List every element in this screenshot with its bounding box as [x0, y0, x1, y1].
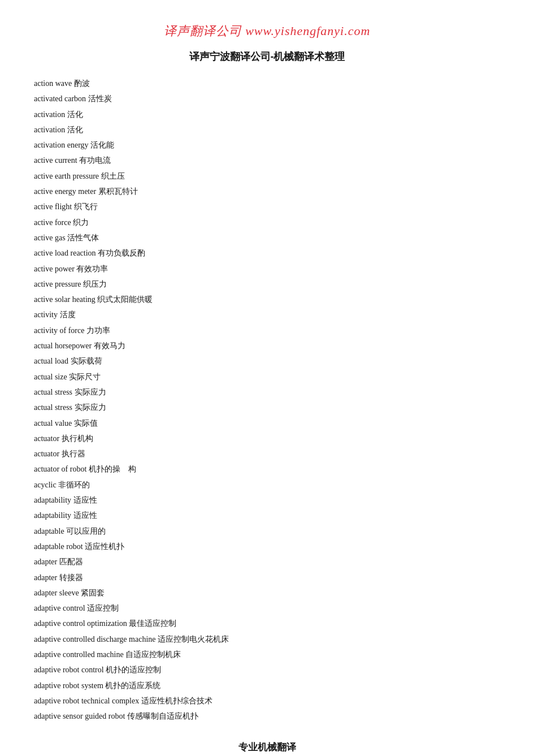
entry-english: activity of force: [34, 326, 86, 335]
list-item: acyclic 非循环的: [34, 477, 500, 493]
entry-chinese: 执行机构: [62, 434, 93, 443]
entry-english: adapter: [34, 573, 59, 582]
entry-chinese: 传感曝制自适应机扑: [127, 712, 198, 720]
list-item: activation 活化: [34, 107, 500, 122]
entry-chinese: 有功电流: [79, 156, 111, 165]
entry-chinese: 最佳适应控制: [129, 619, 176, 628]
list-item: adapter 转接器: [34, 570, 500, 585]
entry-english: actual stress: [34, 403, 75, 412]
entry-list: action wave 酌波activated carbon 活性炭activa…: [34, 76, 500, 724]
entry-chinese: 活性气体: [67, 234, 99, 242]
entry-chinese: 机扑的适应控制: [106, 666, 161, 674]
entry-chinese: 活化: [67, 110, 83, 119]
page-title: 译声宁波翻译公司-机械翻译术整理: [34, 50, 500, 63]
entry-english: actual load: [34, 357, 71, 365]
list-item: adaptive robot system 机扑的适应系统: [34, 678, 500, 693]
entry-english: active load reaction: [34, 249, 98, 257]
entry-chinese: 活性炭: [88, 94, 112, 103]
list-item: activation 活化: [34, 122, 500, 137]
entry-chinese: 实际应力: [75, 403, 106, 412]
entry-english: adapter: [34, 558, 59, 566]
list-item: actual value 实际值: [34, 416, 500, 431]
entry-chinese: 适应控制电火花机床: [158, 635, 229, 643]
list-item: adapter sleeve 紧固套: [34, 585, 500, 601]
entry-chinese: 非循环的: [58, 481, 90, 489]
entry-english: actual horsepower: [34, 342, 94, 350]
entry-chinese: 转接器: [59, 573, 83, 582]
entry-chinese: 织力: [73, 218, 89, 227]
entry-chinese: 织压力: [83, 280, 107, 288]
entry-english: active gas: [34, 234, 67, 242]
list-item: adaptable robot 适应性机扑: [34, 539, 500, 554]
entry-chinese: 适应性: [73, 496, 97, 504]
entry-chinese: 累积瓦特计: [98, 187, 138, 196]
entry-english: adaptive robot system: [34, 681, 105, 690]
list-item: actual size 实际尺寸: [34, 369, 500, 385]
list-item: active gas 活性气体: [34, 230, 500, 245]
entry-chinese: 活度: [60, 310, 76, 319]
logo-text: 译声翻译公司 www.yishengfanyi.com: [164, 24, 371, 38]
entry-english: active pressure: [34, 280, 83, 288]
list-item: adaptable 可以应用的: [34, 524, 500, 539]
entry-chinese: 实际应力: [75, 388, 106, 396]
list-item: activation energy 活化能: [34, 137, 500, 153]
footer-text: 专业机械翻译: [34, 741, 500, 754]
entry-chinese: 适应性机扑: [85, 542, 124, 551]
list-item: actual stress 实际应力: [34, 385, 500, 400]
entry-english: active force: [34, 218, 73, 227]
entry-english: adaptive control: [34, 604, 87, 612]
entry-english: activation energy: [34, 141, 90, 149]
entry-english: actual value: [34, 419, 74, 427]
entry-chinese: 实际载荷: [71, 357, 102, 365]
entry-english: actuator: [34, 434, 62, 443]
entry-chinese: 织式太阳能供暖: [97, 295, 153, 304]
list-item: active flight 织飞行: [34, 199, 500, 214]
list-item: active earth pressure 织土压: [34, 169, 500, 184]
entry-english: active earth pressure: [34, 172, 101, 180]
entry-chinese: 织土压: [101, 172, 125, 180]
entry-english: active flight: [34, 202, 74, 211]
list-item: adaptive control 适应控制: [34, 601, 500, 616]
list-item: active pressure 织压力: [34, 277, 500, 292]
entry-english: actual stress: [34, 388, 75, 396]
entry-chinese: 可以应用的: [66, 527, 106, 535]
list-item: active current 有功电流: [34, 153, 500, 168]
list-item: active power 有效功率: [34, 261, 500, 277]
entry-chinese: 适应性: [73, 511, 97, 520]
entry-english: adaptive robot control: [34, 666, 106, 674]
entry-english: actuator: [34, 450, 62, 458]
list-item: adaptive control optimization 最佳适应控制: [34, 616, 500, 631]
entry-english: adaptive sensor guided robot: [34, 712, 127, 720]
list-item: activity 活度: [34, 307, 500, 322]
list-item: adaptive robot technical complex 适应性机扑综合…: [34, 693, 500, 709]
entry-chinese: 适应性机扑综合技术: [141, 697, 212, 705]
entry-chinese: 活化: [67, 126, 83, 134]
entry-english: active power: [34, 265, 76, 273]
list-item: adapter 匹配器: [34, 554, 500, 569]
entry-english: activation: [34, 110, 67, 119]
entry-chinese: 机扑的操 构: [89, 465, 136, 473]
list-item: adaptive controlled machine 自适应控制机床: [34, 647, 500, 662]
entry-english: adaptive controlled discharge machine: [34, 635, 158, 643]
entry-english: adaptable: [34, 527, 66, 535]
entry-english: adaptable robot: [34, 542, 85, 551]
list-item: adaptability 适应性: [34, 508, 500, 523]
entry-chinese: 自适应控制机床: [125, 650, 181, 659]
entry-chinese: 实际值: [74, 419, 98, 427]
entry-chinese: 匹配器: [59, 558, 83, 566]
entry-english: activation: [34, 126, 67, 134]
entry-english: acyclic: [34, 481, 58, 489]
entry-chinese: 织飞行: [74, 202, 98, 211]
list-item: active solar heating 织式太阳能供暖: [34, 292, 500, 307]
entry-english: actuator of robot: [34, 465, 89, 473]
entry-english: active energy meter: [34, 187, 98, 196]
list-item: adaptive robot control 机扑的适应控制: [34, 662, 500, 677]
header-logo: 译声翻译公司 www.yishengfanyi.com: [34, 23, 500, 40]
entry-chinese: 有功负载反酌: [98, 249, 145, 257]
entry-chinese: 适应控制: [87, 604, 119, 612]
entry-chinese: 活化能: [90, 141, 114, 149]
list-item: action wave 酌波: [34, 76, 500, 91]
list-item: actuator 执行机构: [34, 431, 500, 446]
entry-chinese: 实际尺寸: [69, 373, 101, 381]
entry-english: actual size: [34, 373, 69, 381]
